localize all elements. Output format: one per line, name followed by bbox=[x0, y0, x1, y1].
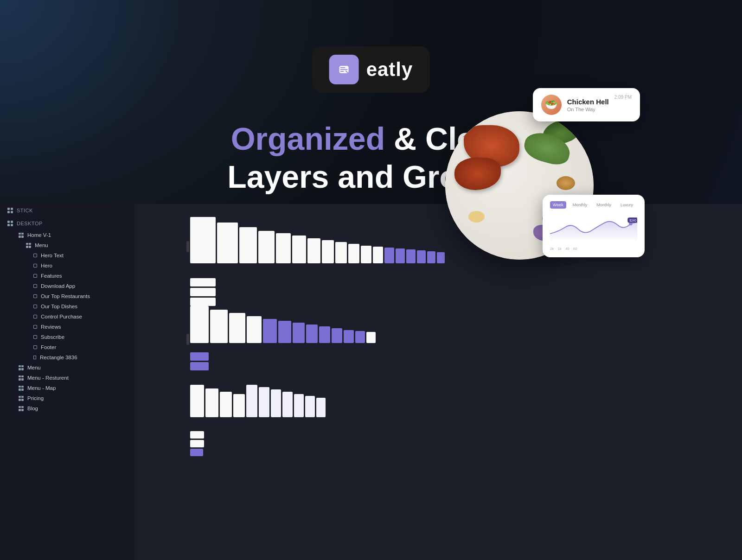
sidebar-label-restaurants: Our Top Restaurants bbox=[41, 293, 90, 299]
thumb-3-10 bbox=[305, 396, 315, 417]
thumb-3-8 bbox=[282, 392, 293, 417]
sidebar-desktop-label: DESKTOP bbox=[17, 221, 43, 226]
thumb-3-6 bbox=[259, 387, 269, 417]
sidebar-item-menu2[interactable]: Menu bbox=[0, 363, 134, 373]
sidebar-item-menu-map[interactable]: Menu - Map bbox=[0, 383, 134, 393]
sidebar-section-stick: STICK bbox=[0, 204, 134, 217]
sidebar-label-home-v1: Home V-1 bbox=[27, 232, 51, 238]
chart-tab-week[interactable]: Week bbox=[550, 201, 566, 209]
dot-icon-features bbox=[33, 274, 37, 278]
thumb-3-5 bbox=[246, 385, 257, 417]
thumb-s1-3 bbox=[190, 298, 216, 306]
thumb-1-16 bbox=[417, 250, 426, 263]
sidebar-item-download-app[interactable]: Download App bbox=[0, 281, 134, 291]
sidebar-label-subscribe: Subscribe bbox=[41, 334, 64, 340]
sidebar-item-menu-restaurant[interactable]: Menu - Resturent bbox=[0, 373, 134, 383]
thumb-1-12 bbox=[373, 247, 383, 263]
thumb-3-2 bbox=[205, 388, 218, 417]
chart-svg: $240 bbox=[550, 213, 637, 241]
sidebar-label-reviews: Reviews bbox=[41, 324, 61, 330]
thumb-3-4 bbox=[233, 394, 245, 417]
sidebar-label-rectangle: Rectangle 3836 bbox=[40, 355, 77, 360]
thumb-s3-1 bbox=[190, 431, 204, 439]
dot-icon-footer bbox=[33, 345, 37, 349]
thumb-1-14 bbox=[396, 248, 405, 263]
thumb-1-11 bbox=[361, 246, 371, 263]
dot-icon-hero-text bbox=[33, 254, 37, 257]
thumb-1-7 bbox=[307, 238, 320, 263]
chart-tab-monthly2[interactable]: Monthly bbox=[594, 201, 614, 209]
thumb-1-9 bbox=[335, 242, 347, 263]
sidebar-label-download-app: Download App bbox=[41, 283, 75, 289]
app-name: eatly bbox=[366, 58, 413, 81]
thumb-1-17 bbox=[427, 251, 435, 263]
thumb-1-1 bbox=[190, 217, 216, 263]
sidebar-item-rectangle[interactable]: Rectangle 3836 bbox=[0, 352, 134, 363]
rect-icon-rectangle bbox=[33, 356, 36, 359]
thumb-1-5 bbox=[276, 233, 291, 263]
thumb-2-13 bbox=[366, 332, 376, 343]
chart-tab-monthly[interactable]: Monthly bbox=[570, 201, 590, 209]
chicken-card-time: 2:09 PM bbox=[614, 95, 632, 100]
drag-handle-2[interactable] bbox=[186, 334, 189, 345]
grid-icon-menu-map bbox=[19, 386, 24, 391]
sidebar-item-subscribe[interactable]: Subscribe bbox=[0, 332, 134, 342]
thumb-3-11 bbox=[316, 398, 326, 417]
thumb-2-8 bbox=[306, 325, 318, 343]
chicken-card-subtitle: On The Way bbox=[567, 107, 609, 112]
sidebar-item-reviews[interactable]: Reviews bbox=[0, 322, 134, 332]
grid-icon-desktop bbox=[7, 221, 13, 226]
sidebar-item-control-purchase[interactable]: Control Purchase bbox=[0, 312, 134, 322]
thumb-2-10 bbox=[332, 328, 342, 343]
thumb-s2-1 bbox=[190, 352, 209, 361]
sidebar-item-blog[interactable]: Blog bbox=[0, 403, 134, 414]
thumb-1-8 bbox=[322, 240, 334, 263]
thumb-2-2 bbox=[210, 310, 228, 343]
thumb-1-4 bbox=[258, 231, 275, 263]
sidebar-item-top-dishes[interactable]: Our Top Dishes bbox=[0, 301, 134, 312]
chart-card: Week Monthly Monthly Luxury $240 2k1k406… bbox=[543, 195, 645, 257]
sidebar-label-hero-text: Hero Text bbox=[41, 253, 64, 258]
sidebar-section-desktop: DESKTOP bbox=[0, 217, 134, 230]
sidebar-label-control: Control Purchase bbox=[41, 314, 82, 319]
sidebar-label-hero: Hero bbox=[41, 263, 52, 268]
drag-handle-1[interactable] bbox=[186, 241, 189, 252]
sidebar-label-features: Features bbox=[41, 273, 62, 279]
dot-icon-control bbox=[33, 315, 37, 318]
logo-icon bbox=[329, 55, 359, 84]
sidebar-item-footer[interactable]: Footer bbox=[0, 342, 134, 352]
sidebar-item-features[interactable]: Features bbox=[0, 271, 134, 281]
chicken-card-title: Chicken Hell bbox=[567, 98, 609, 106]
sidebar-item-hero-text[interactable]: Hero Text bbox=[0, 250, 134, 261]
thumb-1-15 bbox=[406, 249, 416, 263]
thumbnail-stack-1 bbox=[190, 278, 216, 306]
thumb-s3-2 bbox=[190, 440, 204, 447]
sidebar-item-menu[interactable]: Menu bbox=[0, 240, 134, 250]
thumb-2-9 bbox=[319, 326, 330, 343]
thumb-2-7 bbox=[293, 323, 305, 343]
thumbnail-stack-2 bbox=[190, 352, 209, 370]
chart-tabs: Week Monthly Monthly Luxury bbox=[550, 201, 637, 209]
grid-icon-pricing bbox=[19, 396, 24, 401]
chart-tab-luxury[interactable]: Luxury bbox=[618, 201, 636, 209]
thumbnail-row-3 bbox=[190, 385, 326, 417]
chicken-card-info: Chicken Hell On The Way bbox=[567, 98, 609, 112]
thumb-2-1 bbox=[190, 306, 209, 343]
logo-container: eatly bbox=[313, 46, 430, 93]
sidebar-item-home-v1[interactable]: Home V-1 bbox=[0, 230, 134, 240]
dot-icon-hero bbox=[33, 264, 37, 267]
canvas-area bbox=[134, 204, 742, 560]
sidebar-item-pricing[interactable]: Pricing bbox=[0, 393, 134, 403]
chicken-card: 🥗 Chicken Hell On The Way 2:09 PM bbox=[533, 88, 640, 121]
dot-icon-subscribe bbox=[33, 335, 37, 339]
headline-accent: Organized bbox=[231, 121, 385, 156]
sidebar-label-menu: Menu bbox=[35, 242, 48, 248]
sidebar-item-top-restaurants[interactable]: Our Top Restaurants bbox=[0, 291, 134, 301]
sidebar-label-pricing: Pricing bbox=[27, 395, 44, 401]
thumb-1-10 bbox=[348, 244, 359, 263]
sidebar-label-blog: Blog bbox=[27, 406, 38, 411]
thumb-s1-2 bbox=[190, 288, 216, 296]
sidebar-label-menu2: Menu bbox=[27, 365, 41, 370]
grid-icon-blog bbox=[19, 406, 24, 411]
sidebar-item-hero[interactable]: Hero bbox=[0, 261, 134, 271]
